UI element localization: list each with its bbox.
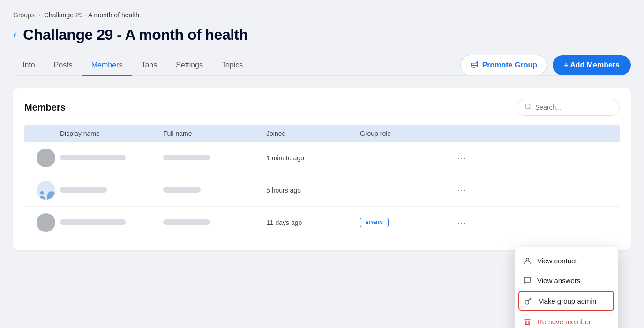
- menu-view-contact[interactable]: View contact: [515, 251, 618, 270]
- members-section-title: Members: [24, 102, 66, 113]
- row2-full-name: [156, 186, 259, 194]
- members-header: Members: [24, 99, 620, 116]
- search-box[interactable]: [517, 99, 620, 116]
- row1-avatar-cell: [24, 149, 52, 167]
- menu-make-group-admin[interactable]: Make group admin: [518, 291, 614, 311]
- nav-bar: Info Posts Members Tabs Settings Topics …: [13, 55, 631, 76]
- chat-icon: [523, 276, 532, 284]
- row1-display-name: [52, 154, 156, 162]
- blurred-full-name: [163, 155, 210, 160]
- person-icon: [523, 256, 532, 265]
- row2-joined: 5 hours ago: [259, 186, 352, 194]
- col-display-name: Display name: [52, 130, 156, 137]
- svg-point-3: [40, 191, 44, 195]
- breadcrumb-parent[interactable]: Groups: [13, 11, 35, 19]
- tab-topics[interactable]: Topics: [212, 55, 252, 76]
- page-header: ‹ Challange 29 - A month of health: [13, 26, 631, 44]
- blurred-full-name: [163, 187, 201, 193]
- tab-settings[interactable]: Settings: [166, 55, 212, 76]
- members-card: Members Display name Full name Joined Gr…: [13, 88, 631, 250]
- menu-view-answers-label: View answers: [537, 276, 580, 284]
- nav-tabs: Info Posts Members Tabs Settings Topics: [13, 55, 252, 75]
- row3-full-name: [156, 218, 259, 227]
- action-buttons: Promote Group + Add Members: [460, 55, 631, 75]
- svg-line-1: [529, 108, 531, 109]
- page-title: Challange 29 - A month of health: [23, 26, 247, 44]
- trash-icon: [523, 317, 532, 326]
- tab-members[interactable]: Members: [82, 55, 132, 76]
- blurred-display-name: [60, 219, 126, 225]
- admin-badge: ADMIN: [360, 218, 389, 227]
- row2-actions: ⋯: [446, 183, 474, 197]
- col-avatar: [24, 130, 52, 137]
- promote-group-label: Promote Group: [482, 61, 537, 69]
- row3-avatar-cell: [24, 213, 52, 232]
- row3-joined: 11 days ago: [259, 219, 352, 226]
- breadcrumb: Groups › Challange 29 - A month of healt…: [13, 11, 631, 19]
- col-joined: Joined: [259, 130, 352, 137]
- search-input[interactable]: [535, 104, 612, 111]
- row1-joined: 1 minute ago: [259, 154, 352, 162]
- add-members-button[interactable]: + Add Members: [553, 55, 631, 75]
- row1-more-button[interactable]: ⋯: [454, 151, 470, 165]
- row3-more-button[interactable]: ⋯: [454, 216, 470, 230]
- blurred-full-name: [163, 219, 210, 225]
- col-group-role: Group role: [352, 130, 446, 137]
- promote-group-button[interactable]: Promote Group: [460, 55, 547, 75]
- tab-posts[interactable]: Posts: [45, 55, 82, 76]
- table-header: Display name Full name Joined Group role: [24, 125, 620, 142]
- blurred-display-name: [60, 155, 126, 160]
- breadcrumb-current: Challange 29 - A month of health: [44, 11, 139, 19]
- context-menu: View contact View answers Make group adm…: [515, 247, 618, 328]
- search-icon: [524, 103, 532, 112]
- megaphone-icon: [470, 60, 479, 70]
- key-icon: [524, 297, 532, 305]
- breadcrumb-separator: ›: [38, 12, 40, 18]
- tab-tabs[interactable]: Tabs: [132, 55, 166, 76]
- table-row: 5 hours ago ⋯: [24, 174, 620, 207]
- row2-display-name: [52, 186, 156, 194]
- row3-display-name: [52, 218, 156, 227]
- menu-remove-member[interactable]: Remove member: [515, 312, 618, 328]
- row3-role: ADMIN: [352, 218, 446, 227]
- tab-info[interactable]: Info: [13, 55, 45, 76]
- row1-full-name: [156, 154, 259, 162]
- menu-remove-member-label: Remove member: [537, 318, 591, 326]
- table-row: 11 days ago ADMIN ⋯: [24, 207, 620, 239]
- blurred-display-name: [60, 187, 107, 193]
- row1-actions: ⋯: [446, 151, 474, 165]
- add-members-label: + Add Members: [564, 61, 620, 69]
- menu-view-contact-label: View contact: [537, 257, 577, 265]
- menu-make-admin-label: Make group admin: [538, 297, 596, 305]
- menu-view-answers[interactable]: View answers: [515, 270, 618, 290]
- svg-point-5: [526, 258, 529, 261]
- row2-more-button[interactable]: ⋯: [454, 183, 470, 197]
- row2-avatar-cell: [24, 181, 52, 200]
- row3-actions: ⋯: [446, 216, 474, 230]
- col-full-name: Full name: [156, 130, 259, 137]
- back-button[interactable]: ‹: [13, 30, 16, 40]
- col-actions: [446, 130, 474, 137]
- table-row: 1 minute ago ⋯: [24, 142, 620, 174]
